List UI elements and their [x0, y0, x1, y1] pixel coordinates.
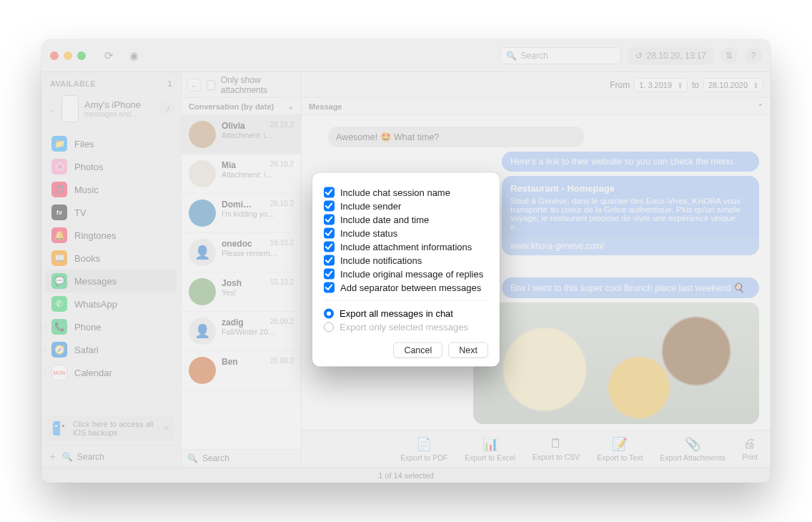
export-option[interactable]: Include chat session name	[324, 187, 488, 198]
message-incoming[interactable]: Awesome! 🤩 What time?	[327, 127, 585, 147]
export-scope-all[interactable]: Export all messages in chat	[324, 308, 488, 319]
conversation-row[interactable]: 👤onedoc19.10.2Please remem…	[182, 233, 301, 272]
conversation-row[interactable]: Olivia28.10.2Attachment: i…	[182, 115, 301, 154]
sidebar-item-tv[interactable]: tvTV	[46, 201, 177, 224]
app-icon: 📖	[51, 250, 67, 266]
conversation-search[interactable]: 🔍	[182, 449, 301, 467]
add-icon[interactable]: ＋	[47, 450, 58, 463]
export-option[interactable]: Add separator between messages	[324, 282, 488, 293]
export-option[interactable]: Include original message of replies	[324, 269, 488, 280]
message-list-header[interactable]: Message ⌃	[302, 98, 771, 115]
conversation-preview: Attachment: i…	[222, 170, 294, 179]
export-option[interactable]: Include date and time	[324, 215, 488, 225]
sidebar-item-label: Phone	[74, 322, 102, 333]
export-option[interactable]: Include notifications	[324, 255, 488, 266]
conversation-date: 20.08.2	[270, 357, 294, 367]
sidebar-item-ringtones[interactable]: 🔔Ringtones	[46, 224, 177, 247]
next-button[interactable]: Next	[448, 343, 488, 358]
history-icon: ↺	[635, 51, 643, 61]
sidebar-list: 📁Files🌸Photos🎵MusictvTV🔔Ringtones📖Books💬…	[41, 129, 181, 415]
chevron-right-icon: ›	[44, 346, 46, 353]
conversation-row[interactable]: Ben20.08.2	[182, 351, 301, 390]
backups-hint[interactable]: Click here to access all iOS backups ✕	[47, 415, 175, 441]
conversation-preview: Yes!	[222, 288, 294, 297]
preview-icon[interactable]: ◉	[125, 48, 143, 64]
export-option[interactable]: Include attachment informations	[324, 242, 488, 252]
sidebar-item-files[interactable]: 📁Files	[46, 132, 177, 155]
backups-hint-text: Click here to access all iOS backups	[73, 420, 157, 437]
export-action[interactable]: 📊Export to Excel	[465, 436, 515, 462]
export-actions-bar: 📄Export to PDF📊Export to Excel🗒Export to…	[302, 430, 771, 467]
zoom-icon[interactable]	[77, 51, 86, 60]
image-attachment[interactable]	[473, 302, 759, 424]
sidebar-item-label: TV	[74, 207, 86, 218]
transfer-icon[interactable]: ⇅	[721, 47, 738, 64]
export-action[interactable]: 📄Export to PDF	[400, 436, 447, 462]
conversation-row[interactable]: Mia28.10.2Attachment: i…	[182, 154, 301, 194]
minimize-icon[interactable]	[64, 51, 72, 60]
conversation-preview: Fall/Winter 20…	[222, 328, 294, 336]
close-icon[interactable]	[50, 51, 59, 60]
chevron-down-icon[interactable]: ⌄	[47, 105, 56, 113]
conversation-preview: I'm kidding yo…	[222, 210, 294, 218]
export-action[interactable]: 🗒Export to CSV	[533, 436, 580, 461]
window-controls[interactable]	[50, 51, 86, 60]
option-label: Include date and time	[340, 215, 429, 225]
link-preview-card[interactable]: Restaurant - Homepage Situé à Genève, da…	[502, 176, 759, 255]
conversation-preview: Attachment: i…	[222, 131, 294, 139]
avatar	[189, 357, 216, 384]
export-action[interactable]: 🖨Print	[742, 436, 758, 461]
cancel-button[interactable]: Cancel	[393, 343, 442, 358]
sidebar-item-label: Music	[74, 184, 99, 195]
close-hint-icon[interactable]: ✕	[163, 424, 169, 433]
from-date-input[interactable]: 1. 3.2019▲▼	[634, 78, 688, 92]
conversation-date: 26.10.2	[270, 200, 294, 210]
only-attachments-checkbox[interactable]	[207, 80, 215, 90]
sidebar-item-calendar[interactable]: ›MONCalendar	[46, 361, 177, 384]
refresh-icon[interactable]: ⟳	[100, 48, 118, 64]
export-option[interactable]: Include status	[324, 228, 488, 239]
option-label: Add separator between messages	[340, 282, 481, 293]
option-label: Include sender	[340, 201, 401, 212]
sidebar-item-books[interactable]: 📖Books	[46, 247, 177, 270]
sidebar-item-photos[interactable]: 🌸Photos	[46, 155, 177, 178]
option-label: Include status	[340, 228, 397, 239]
message-outgoing[interactable]: Here's a link to their website so you ca…	[502, 152, 759, 172]
only-attachments-label: Only show attachments	[221, 75, 295, 95]
sidebar-item-safari[interactable]: ›🧭Safari	[46, 338, 177, 361]
sidebar-search-input[interactable]	[77, 452, 163, 462]
export-action[interactable]: 📝Export to Text	[597, 436, 643, 462]
conversation-name: Domi…	[222, 200, 252, 210]
conversation-name: onedoc	[222, 239, 252, 249]
conversation-list-header[interactable]: Conversation (by date) ⌄	[182, 98, 301, 115]
sidebar-item-messages[interactable]: 💬Messages	[46, 270, 177, 292]
export-option[interactable]: Include sender	[324, 201, 488, 212]
sidebar-item-label: Books	[74, 253, 100, 264]
help-icon[interactable]: ?	[745, 47, 762, 64]
sidebar-item-whatsapp[interactable]: ✆WhatsApp	[46, 292, 177, 315]
sidebar-item-music[interactable]: 🎵Music	[46, 178, 177, 201]
search-icon: 🔍	[62, 452, 73, 462]
device-icon	[61, 95, 79, 122]
checkbox-checked-icon	[324, 187, 335, 198]
conversation-row[interactable]: Domi…26.10.2I'm kidding yo…	[182, 194, 301, 233]
conversation-row[interactable]: Josh15.10.2Yes!	[182, 272, 301, 312]
global-search[interactable]: 🔍 Search	[500, 47, 621, 64]
app-icon: 🌸	[51, 159, 67, 174]
export-icon: 🗒	[550, 436, 563, 451]
sidebar-item-phone[interactable]: ›📞Phone	[46, 315, 177, 338]
message-outgoing[interactable]: Btw I went to this super cool Brunch pla…	[502, 277, 759, 298]
option-label: Include original message of replies	[340, 269, 483, 280]
conversation-search-input[interactable]	[202, 453, 310, 463]
device-row[interactable]: ⌄ Amy's iPhone messages and... ↺	[41, 91, 181, 129]
checkbox-checked-icon	[324, 201, 335, 212]
export-label: Export Attachments	[660, 453, 725, 462]
to-date-input[interactable]: 28.10.2020▲▼	[703, 78, 763, 92]
app-icon: ✆	[51, 296, 67, 312]
snapshot-date-pill[interactable]: ↺ 28.10.20, 13:17	[628, 47, 713, 64]
history-icon[interactable]: ↺	[161, 102, 174, 115]
filter-dropdown[interactable]: ⌄	[187, 79, 201, 92]
avatar	[189, 200, 216, 227]
conversation-row[interactable]: 👤zadig26.09.2Fall/Winter 20…	[182, 312, 301, 351]
export-action[interactable]: 📎Export Attachments	[660, 436, 725, 462]
